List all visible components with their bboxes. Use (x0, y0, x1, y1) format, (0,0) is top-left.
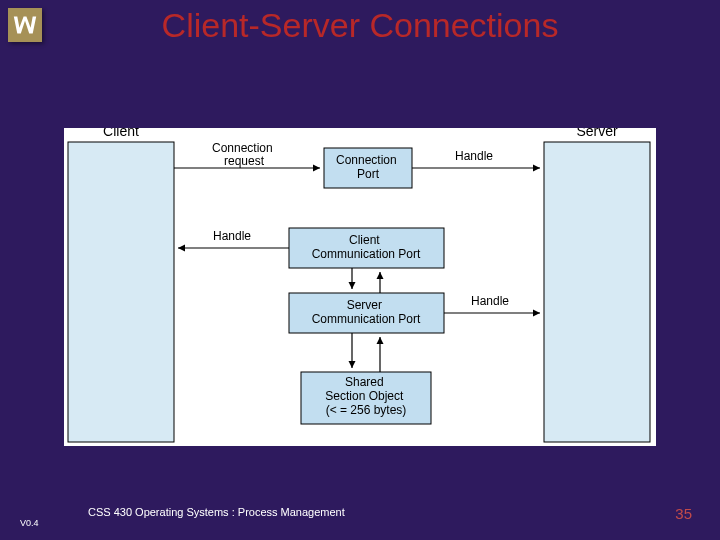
handle2-label: Handle (213, 229, 251, 243)
footer-text: CSS 430 Operating Systems : Process Mana… (88, 506, 345, 518)
diagram-area: Client Server Connection Port Client Com… (64, 128, 656, 446)
client-server-diagram: Client Server Connection Port Client Com… (64, 128, 656, 446)
client-label: Client (103, 128, 139, 139)
server-region (544, 142, 650, 442)
handle1-label: Handle (455, 149, 493, 163)
client-region (68, 142, 174, 442)
page-number: 35 (675, 505, 692, 522)
version-label: V0.4 (20, 518, 39, 528)
slide-title: Client-Server Connections (0, 6, 720, 45)
server-label: Server (576, 128, 618, 139)
conn-request-label: Connection request (212, 141, 276, 168)
handle3-label: Handle (471, 294, 509, 308)
